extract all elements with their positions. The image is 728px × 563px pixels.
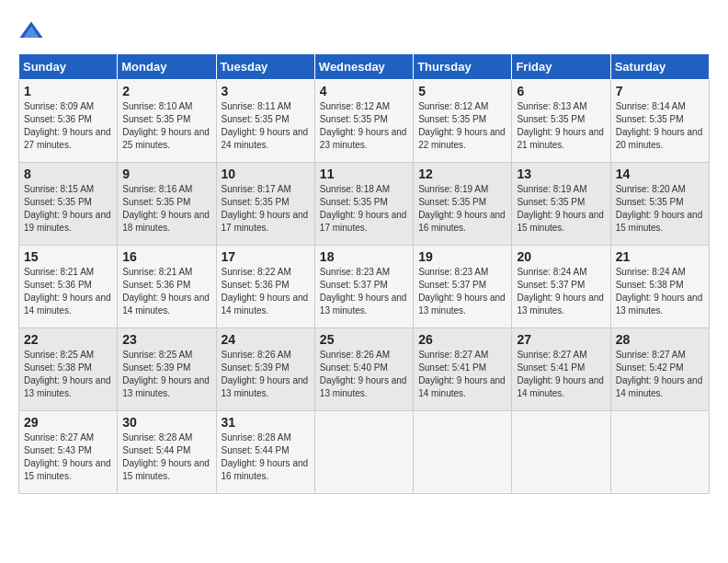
calendar-week-row: 22 Sunrise: 8:25 AMSunset: 5:38 PMDaylig… <box>19 328 710 411</box>
day-number: 26 <box>418 332 506 347</box>
calendar-week-row: 29 Sunrise: 8:27 AMSunset: 5:43 PMDaylig… <box>19 411 710 494</box>
column-header-sunday: Sunday <box>19 54 118 80</box>
day-info: Sunrise: 8:24 AMSunset: 5:37 PMDaylight:… <box>517 266 605 317</box>
day-number: 6 <box>517 84 605 98</box>
calendar-cell: 10 Sunrise: 8:17 AMSunset: 5:35 PMDaylig… <box>216 163 314 246</box>
day-info: Sunrise: 8:19 AMSunset: 5:35 PMDaylight:… <box>418 183 506 235</box>
calendar-cell: 15 Sunrise: 8:21 AMSunset: 5:36 PMDaylig… <box>19 246 118 328</box>
day-number: 14 <box>616 167 704 181</box>
page-header <box>18 18 710 44</box>
day-info: Sunrise: 8:28 AMSunset: 5:44 PMDaylight:… <box>122 431 210 483</box>
day-info: Sunrise: 8:28 AMSunset: 5:44 PMDaylight:… <box>222 431 310 483</box>
day-number: 19 <box>418 249 506 264</box>
day-info: Sunrise: 8:27 AMSunset: 5:41 PMDaylight:… <box>418 349 506 400</box>
calendar-cell: 14 Sunrise: 8:20 AMSunset: 5:35 PMDaylig… <box>610 163 709 246</box>
day-number: 8 <box>24 167 112 181</box>
calendar-cell: 5 Sunrise: 8:12 AMSunset: 5:35 PMDayligh… <box>414 80 512 163</box>
calendar-cell: 4 Sunrise: 8:12 AMSunset: 5:35 PMDayligh… <box>314 80 413 163</box>
day-info: Sunrise: 8:17 AMSunset: 5:35 PMDaylight:… <box>222 183 310 235</box>
calendar-header-row: SundayMondayTuesdayWednesdayThursdayFrid… <box>19 54 710 80</box>
calendar-cell: 9 Sunrise: 8:16 AMSunset: 5:35 PMDayligh… <box>118 163 216 246</box>
calendar-cell: 16 Sunrise: 8:21 AMSunset: 5:36 PMDaylig… <box>118 246 216 328</box>
calendar-cell: 30 Sunrise: 8:28 AMSunset: 5:44 PMDaylig… <box>118 411 216 494</box>
calendar-cell: 23 Sunrise: 8:25 AMSunset: 5:39 PMDaylig… <box>118 328 216 411</box>
day-number: 22 <box>24 332 112 347</box>
calendar-cell <box>414 411 512 494</box>
day-info: Sunrise: 8:16 AMSunset: 5:35 PMDaylight:… <box>122 183 210 235</box>
calendar-cell: 20 Sunrise: 8:24 AMSunset: 5:37 PMDaylig… <box>512 246 610 328</box>
day-number: 15 <box>24 249 112 264</box>
day-info: Sunrise: 8:26 AMSunset: 5:39 PMDaylight:… <box>222 349 310 400</box>
calendar-cell: 27 Sunrise: 8:27 AMSunset: 5:41 PMDaylig… <box>512 328 610 411</box>
calendar-table: SundayMondayTuesdayWednesdayThursdayFrid… <box>18 53 710 494</box>
day-info: Sunrise: 8:11 AMSunset: 5:35 PMDaylight:… <box>222 100 310 152</box>
calendar-cell: 6 Sunrise: 8:13 AMSunset: 5:35 PMDayligh… <box>512 80 610 163</box>
column-header-monday: Monday <box>118 54 216 80</box>
calendar-week-row: 1 Sunrise: 8:09 AMSunset: 5:36 PMDayligh… <box>19 80 710 163</box>
day-info: Sunrise: 8:21 AMSunset: 5:36 PMDaylight:… <box>122 266 210 317</box>
column-header-friday: Friday <box>512 54 610 80</box>
calendar-week-row: 15 Sunrise: 8:21 AMSunset: 5:36 PMDaylig… <box>19 246 710 328</box>
day-info: Sunrise: 8:27 AMSunset: 5:43 PMDaylight:… <box>24 431 112 483</box>
calendar-cell: 29 Sunrise: 8:27 AMSunset: 5:43 PMDaylig… <box>19 411 118 494</box>
day-number: 28 <box>616 332 704 347</box>
column-header-tuesday: Tuesday <box>216 54 314 80</box>
day-info: Sunrise: 8:21 AMSunset: 5:36 PMDaylight:… <box>24 266 112 317</box>
day-info: Sunrise: 8:27 AMSunset: 5:42 PMDaylight:… <box>616 349 704 400</box>
day-number: 13 <box>517 167 605 181</box>
calendar-cell: 11 Sunrise: 8:18 AMSunset: 5:35 PMDaylig… <box>314 163 413 246</box>
calendar-cell: 12 Sunrise: 8:19 AMSunset: 5:35 PMDaylig… <box>414 163 512 246</box>
calendar-cell: 13 Sunrise: 8:19 AMSunset: 5:35 PMDaylig… <box>512 163 610 246</box>
day-number: 1 <box>24 84 112 98</box>
day-info: Sunrise: 8:23 AMSunset: 5:37 PMDaylight:… <box>418 266 506 317</box>
day-number: 3 <box>222 84 310 98</box>
day-info: Sunrise: 8:27 AMSunset: 5:41 PMDaylight:… <box>517 349 605 400</box>
day-number: 31 <box>222 415 310 430</box>
column-header-thursday: Thursday <box>414 54 512 80</box>
day-number: 24 <box>222 332 310 347</box>
day-info: Sunrise: 8:26 AMSunset: 5:40 PMDaylight:… <box>320 349 408 400</box>
calendar-cell: 25 Sunrise: 8:26 AMSunset: 5:40 PMDaylig… <box>314 328 413 411</box>
day-info: Sunrise: 8:20 AMSunset: 5:35 PMDaylight:… <box>616 183 704 235</box>
day-info: Sunrise: 8:12 AMSunset: 5:35 PMDaylight:… <box>320 100 408 152</box>
day-number: 20 <box>517 249 605 264</box>
day-number: 11 <box>320 167 408 181</box>
day-info: Sunrise: 8:18 AMSunset: 5:35 PMDaylight:… <box>320 183 408 235</box>
calendar-cell: 21 Sunrise: 8:24 AMSunset: 5:38 PMDaylig… <box>610 246 709 328</box>
day-number: 7 <box>616 84 704 98</box>
day-number: 23 <box>122 332 210 347</box>
calendar-cell <box>314 411 413 494</box>
calendar-cell: 28 Sunrise: 8:27 AMSunset: 5:42 PMDaylig… <box>610 328 709 411</box>
day-number: 17 <box>222 249 310 264</box>
day-number: 27 <box>517 332 605 347</box>
day-info: Sunrise: 8:25 AMSunset: 5:38 PMDaylight:… <box>24 349 112 400</box>
day-number: 10 <box>222 167 310 181</box>
calendar-cell: 7 Sunrise: 8:14 AMSunset: 5:35 PMDayligh… <box>610 80 709 163</box>
logo <box>18 18 48 44</box>
day-info: Sunrise: 8:10 AMSunset: 5:35 PMDaylight:… <box>122 100 210 152</box>
calendar-cell: 31 Sunrise: 8:28 AMSunset: 5:44 PMDaylig… <box>216 411 314 494</box>
day-number: 4 <box>320 84 408 98</box>
calendar-cell: 1 Sunrise: 8:09 AMSunset: 5:36 PMDayligh… <box>19 80 118 163</box>
day-info: Sunrise: 8:22 AMSunset: 5:36 PMDaylight:… <box>222 266 310 317</box>
day-number: 5 <box>418 84 506 98</box>
day-number: 29 <box>24 415 112 430</box>
calendar-cell <box>512 411 610 494</box>
day-number: 18 <box>320 249 408 264</box>
logo-icon <box>18 18 44 44</box>
day-number: 25 <box>320 332 408 347</box>
column-header-saturday: Saturday <box>610 54 709 80</box>
day-info: Sunrise: 8:15 AMSunset: 5:35 PMDaylight:… <box>24 183 112 235</box>
calendar-cell: 3 Sunrise: 8:11 AMSunset: 5:35 PMDayligh… <box>216 80 314 163</box>
day-number: 9 <box>122 167 210 181</box>
day-number: 12 <box>418 167 506 181</box>
day-info: Sunrise: 8:19 AMSunset: 5:35 PMDaylight:… <box>517 183 605 235</box>
day-info: Sunrise: 8:24 AMSunset: 5:38 PMDaylight:… <box>616 266 704 317</box>
day-info: Sunrise: 8:09 AMSunset: 5:36 PMDaylight:… <box>24 100 112 152</box>
day-info: Sunrise: 8:12 AMSunset: 5:35 PMDaylight:… <box>418 100 506 152</box>
day-number: 30 <box>122 415 210 430</box>
day-info: Sunrise: 8:13 AMSunset: 5:35 PMDaylight:… <box>517 100 605 152</box>
calendar-cell: 18 Sunrise: 8:23 AMSunset: 5:37 PMDaylig… <box>314 246 413 328</box>
calendar-cell: 17 Sunrise: 8:22 AMSunset: 5:36 PMDaylig… <box>216 246 314 328</box>
calendar-cell: 22 Sunrise: 8:25 AMSunset: 5:38 PMDaylig… <box>19 328 118 411</box>
